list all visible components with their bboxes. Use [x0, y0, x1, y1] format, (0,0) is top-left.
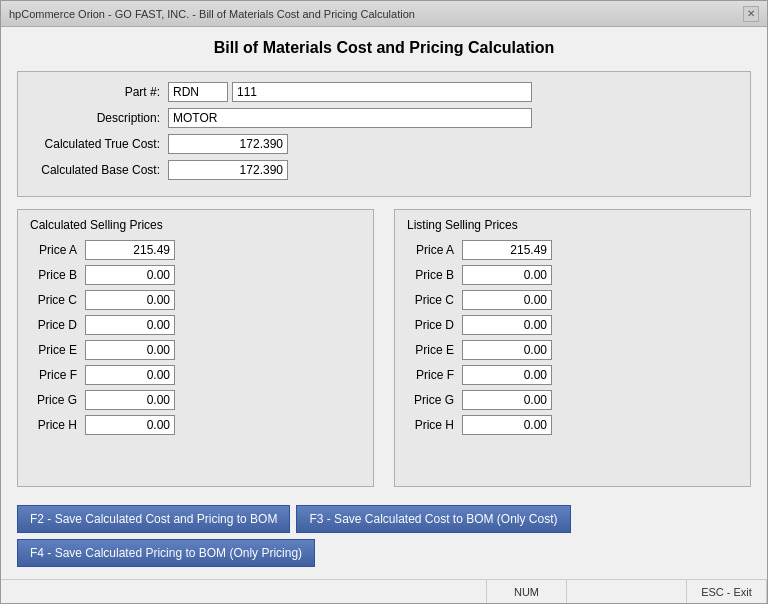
calc-price-h-label: Price H: [30, 418, 85, 432]
listing-prices-title: Listing Selling Prices: [407, 218, 738, 232]
list-price-h-label: Price H: [407, 418, 462, 432]
calc-price-h-input[interactable]: [85, 415, 175, 435]
content-area: Bill of Materials Cost and Pricing Calcu…: [1, 27, 767, 579]
close-button[interactable]: ✕: [743, 6, 759, 22]
list-price-f-row: Price F: [407, 365, 738, 385]
list-price-e-row: Price E: [407, 340, 738, 360]
calc-price-e-label: Price E: [30, 343, 85, 357]
calc-price-c-row: Price C: [30, 290, 361, 310]
list-price-c-row: Price C: [407, 290, 738, 310]
part-label: Part #:: [38, 85, 168, 99]
part-number-input[interactable]: [232, 82, 532, 102]
list-price-d-label: Price D: [407, 318, 462, 332]
status-num: NUM: [487, 580, 567, 603]
list-price-a-label: Price A: [407, 243, 462, 257]
calc-price-f-input[interactable]: [85, 365, 175, 385]
calc-price-g-row: Price G: [30, 390, 361, 410]
calc-price-g-input[interactable]: [85, 390, 175, 410]
base-cost-row: Calculated Base Cost:: [38, 160, 730, 180]
prices-section: Calculated Selling Prices Price A Price …: [17, 209, 751, 487]
f4-button[interactable]: F4 - Save Calculated Pricing to BOM (Onl…: [17, 539, 315, 567]
base-cost-input[interactable]: [168, 160, 288, 180]
calculated-prices-title: Calculated Selling Prices: [30, 218, 361, 232]
status-bar: NUM ESC - Exit: [1, 579, 767, 603]
title-bar: hpCommerce Orion - GO FAST, INC. - Bill …: [1, 1, 767, 27]
description-label: Description:: [38, 111, 168, 125]
list-price-d-input[interactable]: [462, 315, 552, 335]
list-price-a-row: Price A: [407, 240, 738, 260]
listing-prices-group: Listing Selling Prices Price A Price B P…: [394, 209, 751, 487]
base-cost-label: Calculated Base Cost:: [38, 163, 168, 177]
list-price-f-label: Price F: [407, 368, 462, 382]
calc-price-c-label: Price C: [30, 293, 85, 307]
list-price-g-row: Price G: [407, 390, 738, 410]
calc-price-a-row: Price A: [30, 240, 361, 260]
calc-price-b-row: Price B: [30, 265, 361, 285]
list-price-e-input[interactable]: [462, 340, 552, 360]
info-section: Part #: Description: Calculated True Cos…: [17, 71, 751, 197]
calc-price-b-label: Price B: [30, 268, 85, 282]
page-title: Bill of Materials Cost and Pricing Calcu…: [17, 39, 751, 57]
true-cost-input[interactable]: [168, 134, 288, 154]
status-empty: [1, 580, 487, 603]
true-cost-row: Calculated True Cost:: [38, 134, 730, 154]
calc-price-g-label: Price G: [30, 393, 85, 407]
part-rdn-input[interactable]: [168, 82, 228, 102]
true-cost-label: Calculated True Cost:: [38, 137, 168, 151]
calc-price-f-row: Price F: [30, 365, 361, 385]
description-row: Description:: [38, 108, 730, 128]
list-price-a-input[interactable]: [462, 240, 552, 260]
status-empty2: [567, 580, 687, 603]
list-price-h-row: Price H: [407, 415, 738, 435]
calc-price-d-row: Price D: [30, 315, 361, 335]
list-price-f-input[interactable]: [462, 365, 552, 385]
status-esc: ESC - Exit: [687, 580, 767, 603]
calc-price-d-input[interactable]: [85, 315, 175, 335]
list-price-g-label: Price G: [407, 393, 462, 407]
part-row: Part #:: [38, 82, 730, 102]
list-price-c-input[interactable]: [462, 290, 552, 310]
calc-price-a-label: Price A: [30, 243, 85, 257]
description-input[interactable]: [168, 108, 532, 128]
main-window: hpCommerce Orion - GO FAST, INC. - Bill …: [0, 0, 768, 604]
calc-price-h-row: Price H: [30, 415, 361, 435]
list-price-b-label: Price B: [407, 268, 462, 282]
list-price-c-label: Price C: [407, 293, 462, 307]
calc-price-d-label: Price D: [30, 318, 85, 332]
list-price-h-input[interactable]: [462, 415, 552, 435]
calc-price-a-input[interactable]: [85, 240, 175, 260]
calc-price-b-input[interactable]: [85, 265, 175, 285]
list-price-e-label: Price E: [407, 343, 462, 357]
list-price-b-input[interactable]: [462, 265, 552, 285]
list-price-g-input[interactable]: [462, 390, 552, 410]
list-price-d-row: Price D: [407, 315, 738, 335]
f2-button[interactable]: F2 - Save Calculated Cost and Pricing to…: [17, 505, 290, 533]
calc-price-c-input[interactable]: [85, 290, 175, 310]
calc-price-e-row: Price E: [30, 340, 361, 360]
f3-button[interactable]: F3 - Save Calculated Cost to BOM (Only C…: [296, 505, 570, 533]
buttons-section: F2 - Save Calculated Cost and Pricing to…: [17, 497, 751, 567]
list-price-b-row: Price B: [407, 265, 738, 285]
calc-price-e-input[interactable]: [85, 340, 175, 360]
title-bar-text: hpCommerce Orion - GO FAST, INC. - Bill …: [9, 8, 415, 20]
calc-price-f-label: Price F: [30, 368, 85, 382]
calculated-prices-group: Calculated Selling Prices Price A Price …: [17, 209, 374, 487]
